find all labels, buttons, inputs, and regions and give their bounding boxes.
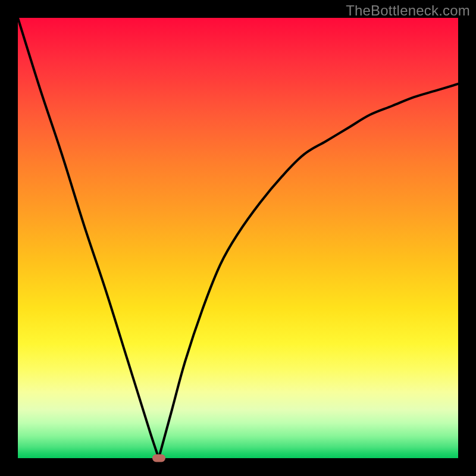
plot-area bbox=[18, 18, 458, 458]
curve-left-branch bbox=[18, 18, 159, 458]
bottleneck-curve bbox=[18, 18, 458, 458]
optimal-point-marker bbox=[152, 455, 165, 462]
chart-frame: TheBottleneck.com bbox=[0, 0, 476, 476]
curve-right-branch bbox=[159, 84, 458, 458]
watermark-text: TheBottleneck.com bbox=[346, 2, 470, 19]
